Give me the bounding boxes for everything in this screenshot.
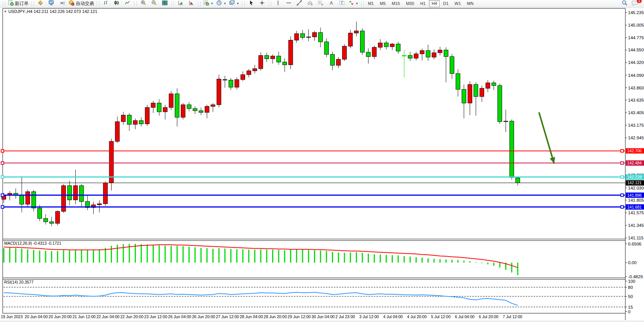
toolbar-grip [171, 1, 174, 6]
svg-text:142.121: 142.121 [627, 180, 642, 185]
text-tool-button[interactable]: A [326, 0, 336, 8]
svg-text:22 Jun 20:00: 22 Jun 20:00 [120, 314, 143, 319]
rsi-indicator-label: RSI(14) 20.3577 [4, 280, 33, 284]
search-icon [622, 0, 628, 8]
svg-text:144.090: 144.090 [628, 73, 644, 78]
macd-indicator-label: MACD(12,26,9) -0.4313 -0.1721 [4, 241, 61, 245]
time-axis[interactable]: 19 Jun 202320 Jun 04:0020 Jun 20:0021 Ju… [1, 314, 522, 319]
templates-button[interactable]: ▼ [228, 0, 241, 8]
cursor-arrow-icon [249, 0, 254, 7]
chevron-down-icon: ▼ [355, 2, 359, 5]
svg-text:141.681: 141.681 [627, 205, 642, 209]
toolbar-grip [134, 1, 137, 6]
timeframe-M1[interactable]: M1 [365, 0, 376, 7]
toolbar-grip [31, 1, 34, 6]
price-chart-canvas[interactable]: 145.235145.005144.775144.550144.320144.0… [0, 8, 644, 322]
svg-text:141.345: 141.345 [628, 223, 644, 228]
collapse-triangle-icon[interactable]: ▼ [4, 10, 7, 13]
svg-text:T: T [341, 1, 343, 5]
svg-text:144.320: 144.320 [628, 60, 644, 65]
monitor-chart-icon [48, 0, 54, 7]
profile-charts-button[interactable] [186, 0, 196, 8]
svg-text:142.706: 142.706 [627, 148, 642, 153]
timeframe-bar: M1M5M15M30H1H4D1W1MN [365, 0, 476, 7]
mql-market-button[interactable] [35, 0, 46, 8]
notification-badge: 1 [637, 0, 642, 3]
arrow-annotation[interactable] [539, 112, 555, 164]
svg-text:80: 80 [628, 285, 633, 290]
timeframe-W1[interactable]: W1 [452, 0, 464, 7]
hline-objects[interactable]: 142.706142.484142.228142.121141.896141.6… [1, 148, 644, 209]
chart-window: 145.235145.005144.775144.550144.320144.0… [0, 8, 644, 322]
new-order-icon [8, 0, 14, 7]
new-chart-button[interactable] [175, 0, 186, 8]
new-order-label: 新订单 [15, 0, 29, 7]
svg-text:0: 0 [628, 309, 630, 314]
autotrading-button[interactable]: 自动交易 [67, 0, 95, 8]
rsi-layer [4, 292, 518, 305]
svg-text:30 Jun 04:00: 30 Jun 04:00 [311, 314, 335, 319]
fibonacci-icon: F [317, 0, 324, 7]
text-label-tool-button[interactable]: T [337, 0, 347, 8]
candlestick-mode-button[interactable] [112, 0, 122, 8]
timeframe-MN[interactable]: MN [464, 0, 476, 7]
timeframe-H1[interactable]: H1 [418, 0, 428, 7]
timeframe-M30[interactable]: M30 [403, 0, 417, 7]
svg-text:5 Jul 12:00: 5 Jul 12:00 [431, 314, 451, 319]
svg-text:26 Jun 20:00: 26 Jun 20:00 [192, 314, 215, 319]
svg-text:23 Jun 12:00: 23 Jun 12:00 [144, 314, 167, 319]
text-label-icon: T [339, 0, 345, 7]
autotrading-icon [69, 0, 75, 7]
toolbar-grip [3, 1, 5, 6]
fibonacci-tool-button[interactable]: F [316, 0, 326, 8]
svg-text:28 Jun 04:00: 28 Jun 04:00 [240, 314, 263, 319]
vertical-line-icon [276, 0, 281, 7]
tile-windows-icon [162, 0, 168, 7]
svg-text:-0.4829: -0.4829 [628, 274, 643, 279]
toolbar-grip [97, 1, 99, 6]
channel-icon: E [307, 0, 313, 7]
periods-button[interactable]: ▼ [215, 0, 228, 8]
indicators-button[interactable]: ▼ [202, 0, 215, 8]
crosshair-button[interactable] [257, 0, 267, 8]
timeframe-D1[interactable]: D1 [440, 0, 451, 7]
timeframe-H4[interactable]: H4 [429, 0, 440, 7]
panel-borders [3, 8, 625, 320]
svg-text:6 Jul 04:00: 6 Jul 04:00 [455, 314, 475, 319]
chevron-down-icon: ▼ [223, 2, 226, 5]
tile-windows-button[interactable] [159, 0, 170, 8]
chart-title: ▼USDJPY-,H4 142.211 142.226 142.073 142.… [4, 9, 97, 14]
svg-text:142.484: 142.484 [627, 161, 642, 165]
svg-text:22 Jun 04:00: 22 Jun 04:00 [96, 314, 120, 319]
svg-text:143.635: 143.635 [628, 98, 644, 102]
svg-text:142.228: 142.228 [627, 175, 642, 179]
zoom-in-button[interactable] [138, 0, 148, 8]
chart-up-icon [178, 0, 183, 7]
svg-text:28 Jun 20:00: 28 Jun 20:00 [264, 314, 287, 319]
vertical-line-tool-button[interactable] [273, 0, 283, 8]
trendline-tool-button[interactable] [294, 0, 304, 8]
svg-text:141.805: 141.805 [628, 198, 644, 202]
virtual-hosting-button[interactable] [46, 0, 56, 8]
signals-button[interactable] [57, 0, 67, 8]
bar-chart-mode-button[interactable] [101, 0, 111, 8]
new-order-button[interactable]: 新订单 [7, 0, 30, 8]
svg-text:F: F [322, 3, 323, 6]
svg-text:3 Jul 12:00: 3 Jul 12:00 [359, 314, 379, 319]
cursor-button[interactable] [246, 0, 257, 8]
search-button[interactable] [619, 0, 630, 8]
zoom-out-button[interactable] [149, 0, 159, 8]
svg-text:19 Jun 2023: 19 Jun 2023 [1, 314, 23, 319]
notifications-button[interactable]: 1 [630, 0, 640, 8]
timeframe-M5[interactable]: M5 [377, 0, 388, 7]
svg-text:27 Jun 12:00: 27 Jun 12:00 [216, 314, 239, 319]
text-icon: A [329, 0, 334, 7]
svg-text:29 Jun 12:00: 29 Jun 12:00 [288, 314, 311, 319]
equidistant-channel-tool-button[interactable]: E [305, 0, 315, 8]
svg-text:A: A [330, 0, 333, 6]
line-chart-mode-button[interactable] [122, 0, 132, 8]
timeframe-M15[interactable]: M15 [389, 0, 402, 7]
arrows-tool-button[interactable]: ▼ [348, 0, 360, 8]
macd-layer [4, 244, 518, 275]
horizontal-line-tool-button[interactable] [284, 0, 294, 8]
